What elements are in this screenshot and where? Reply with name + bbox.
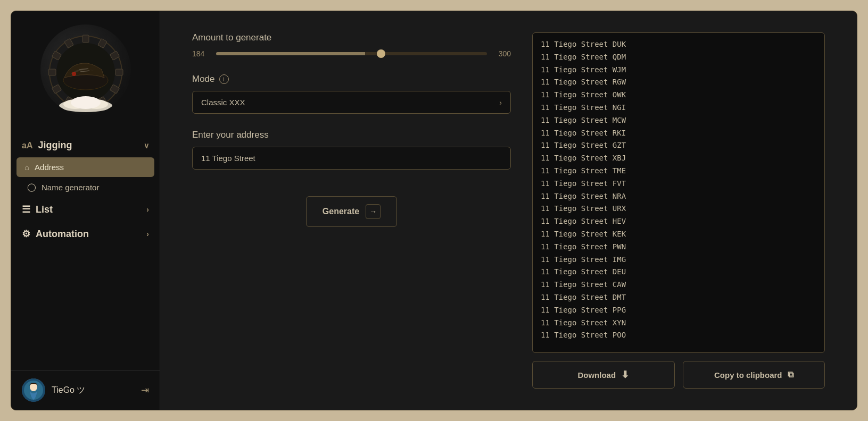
- generate-button[interactable]: Generate →: [306, 196, 397, 227]
- list-item: 11 Tiego Street XBJ: [541, 152, 816, 165]
- list-item: 11 Tiego Street PWN: [541, 241, 816, 254]
- form-panel: Amount to generate 184 300 Mode i Classi…: [192, 32, 511, 389]
- results-panel: 11 Tiego Street DUK11 Tiego Street QDM11…: [532, 32, 825, 389]
- list-item: 11 Tiego Street NGI: [541, 102, 816, 114]
- mode-section: Mode i Classic XXX ›: [192, 74, 511, 114]
- list-chevron: ›: [146, 205, 149, 214]
- list-item: 11 Tiego Street POO: [541, 329, 816, 342]
- user-area: TieGo ツ ⇥: [11, 370, 160, 410]
- clipboard-icon: ⧉: [788, 370, 793, 380]
- logo-area: [11, 11, 160, 128]
- automation-chevron: ›: [146, 230, 149, 238]
- address-label: Enter your address: [192, 130, 511, 140]
- svg-point-17: [72, 72, 76, 76]
- list-icon: ☰: [22, 204, 30, 215]
- mode-chevron-icon: ›: [499, 98, 502, 107]
- svg-point-21: [71, 96, 101, 109]
- svg-rect-4: [115, 69, 123, 75]
- sidebar-item-address[interactable]: ⌂ Address: [16, 157, 154, 177]
- gear-icon: ⚙: [22, 228, 30, 240]
- generate-label: Generate: [323, 207, 359, 216]
- list-item: 11 Tiego Street TME: [541, 165, 816, 178]
- list-item: 11 Tiego Street DEU: [541, 266, 816, 279]
- list-item: 11 Tiego Street QDM: [541, 51, 816, 64]
- list-item: 11 Tiego Street FVT: [541, 178, 816, 190]
- clipboard-label: Copy to clipboard: [714, 371, 782, 380]
- clipboard-button[interactable]: Copy to clipboard ⧉: [683, 361, 825, 389]
- list-item: 11 Tiego Street DUK: [541, 38, 816, 51]
- list-item: 11 Tiego Street DMT: [541, 291, 816, 304]
- svg-rect-1: [82, 35, 89, 43]
- generate-row: Generate →: [192, 186, 511, 227]
- nav-jigging-header[interactable]: aA Jigging ∨: [11, 133, 160, 157]
- mode-label: Mode: [192, 74, 215, 85]
- list-item: 11 Tiego Street NRA: [541, 190, 816, 203]
- slider-max-value: 300: [495, 49, 511, 58]
- name-generator-label: Name generator: [42, 183, 99, 192]
- list-item: 11 Tiego Street HEV: [541, 215, 816, 228]
- list-item: 11 Tiego Street IMG: [541, 254, 816, 266]
- mode-info-icon[interactable]: i: [219, 74, 229, 84]
- results-list[interactable]: 11 Tiego Street DUK11 Tiego Street QDM11…: [532, 32, 825, 353]
- sidebar: aA Jigging ∨ ⌂ Address ◯ Name generator …: [11, 11, 160, 410]
- address-input[interactable]: [192, 147, 511, 170]
- nav-automation-header[interactable]: ⚙ Automation ›: [11, 222, 160, 246]
- list-item: 11 Tiego Street OWK: [541, 89, 816, 102]
- address-label: Address: [35, 163, 64, 172]
- list-item: 11 Tiego Street RKI: [541, 127, 816, 140]
- jigging-icon: aA: [22, 141, 32, 150]
- logout-icon[interactable]: ⇥: [141, 384, 149, 396]
- list-item: 11 Tiego Street PPG: [541, 304, 816, 317]
- info-symbol: i: [223, 76, 224, 82]
- person-icon: ◯: [27, 182, 36, 192]
- list-item: 11 Tiego Street WJM: [541, 64, 816, 77]
- slider-min-value: 184: [192, 49, 208, 58]
- jigging-label: Jigging: [38, 140, 72, 151]
- app-container: aA Jigging ∨ ⌂ Address ◯ Name generator …: [11, 11, 857, 410]
- avatar: [22, 378, 45, 402]
- download-icon: ⬇: [621, 369, 629, 381]
- address-section: Enter your address: [192, 130, 511, 170]
- mode-value: Classic XXX: [201, 98, 245, 107]
- home-icon: ⌂: [24, 163, 29, 172]
- list-item: 11 Tiego Street GZT: [541, 139, 816, 152]
- download-button[interactable]: Download ⬇: [532, 361, 675, 389]
- amount-section: Amount to generate 184 300: [192, 32, 511, 58]
- mode-label-row: Mode i: [192, 74, 511, 85]
- main-content: Amount to generate 184 300 Mode i Classi…: [160, 11, 857, 410]
- avatar-svg: [22, 378, 45, 402]
- sidebar-item-name-generator[interactable]: ◯ Name generator: [11, 177, 160, 197]
- logo-svg: [43, 27, 128, 112]
- list-item: 11 Tiego Street RGW: [541, 76, 816, 89]
- mode-select[interactable]: Classic XXX ›: [192, 91, 511, 114]
- slider-row: 184 300: [192, 49, 511, 58]
- list-item: 11 Tiego Street KEK: [541, 228, 816, 241]
- list-item: 11 Tiego Street MCW: [541, 114, 816, 127]
- svg-rect-10: [48, 69, 56, 75]
- amount-slider[interactable]: [216, 52, 487, 55]
- jigging-chevron: ∨: [144, 141, 149, 150]
- download-label: Download: [577, 371, 616, 380]
- logo-image: [40, 24, 131, 115]
- results-actions: Download ⬇ Copy to clipboard ⧉: [532, 361, 825, 389]
- list-item: 11 Tiego Street CAW: [541, 279, 816, 291]
- list-label: List: [36, 204, 53, 215]
- generate-arrow-icon: →: [366, 204, 381, 219]
- nav-section: aA Jigging ∨ ⌂ Address ◯ Name generator …: [11, 128, 160, 370]
- list-item: 11 Tiego Street XYN: [541, 317, 816, 330]
- user-name: TieGo ツ: [52, 385, 135, 396]
- nav-list-header[interactable]: ☰ List ›: [11, 197, 160, 222]
- automation-label: Automation: [36, 229, 89, 240]
- amount-label: Amount to generate: [192, 32, 511, 43]
- list-item: 11 Tiego Street URX: [541, 203, 816, 215]
